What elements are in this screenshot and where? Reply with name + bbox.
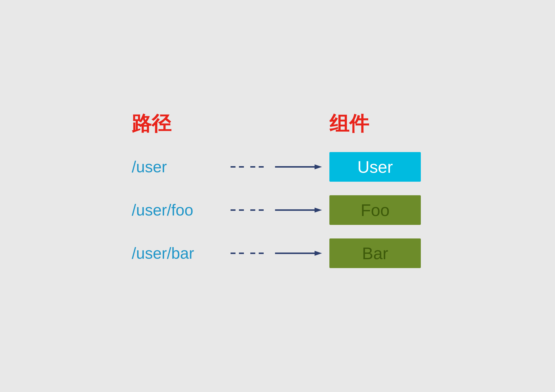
header-row: 路径 组件	[132, 111, 423, 137]
dashed-arrow-foo	[231, 205, 324, 215]
route-row-user: /user User	[132, 152, 421, 182]
component-label-user: User	[357, 157, 393, 176]
route-label-bar: /user/bar	[132, 244, 194, 262]
diagram: 路径 组件 /user User /user/foo	[132, 111, 423, 282]
route-label-user: /user	[132, 158, 167, 176]
arrow-bar	[226, 248, 329, 258]
arrow-user	[226, 162, 329, 172]
component-label-bar: Bar	[362, 244, 388, 263]
path-column-header: 路径	[132, 111, 226, 137]
component-box-bar: Bar	[329, 238, 421, 268]
component-box-user: User	[329, 152, 421, 182]
route-label-foo: /user/foo	[132, 201, 193, 219]
route-path-user: /user	[132, 158, 226, 176]
route-path-foo: /user/foo	[132, 201, 226, 219]
dashed-arrow-user	[231, 162, 324, 172]
svg-marker-3	[315, 164, 322, 169]
component-label-foo: Foo	[361, 200, 389, 220]
component-box-foo: Foo	[329, 195, 421, 225]
component-column-header: 组件	[329, 111, 423, 137]
svg-marker-7	[315, 208, 322, 213]
svg-marker-11	[315, 251, 322, 256]
route-row-bar: /user/bar Bar	[132, 238, 421, 268]
component-heading: 组件	[329, 113, 369, 135]
dashed-arrow-bar	[231, 248, 324, 258]
route-row-foo: /user/foo Foo	[132, 195, 421, 225]
path-heading: 路径	[132, 113, 171, 135]
arrow-foo	[226, 205, 329, 215]
route-path-bar: /user/bar	[132, 244, 226, 262]
